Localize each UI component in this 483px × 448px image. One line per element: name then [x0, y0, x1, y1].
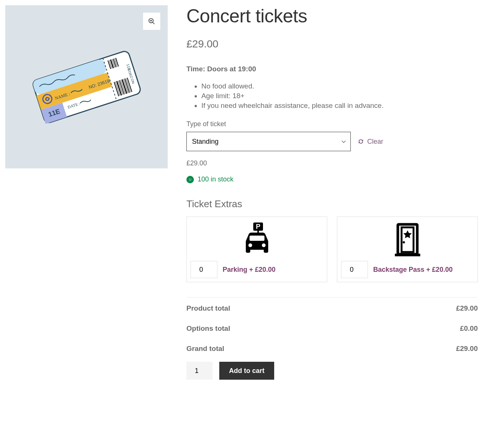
svg-line-1 — [153, 22, 155, 24]
ticket-type-select[interactable]: Standing — [186, 132, 351, 151]
extra-label-parking: Parking + £20.00 — [223, 266, 276, 274]
stock-status: 100 in stock — [186, 175, 478, 183]
extra-qty-parking[interactable] — [191, 261, 217, 278]
extra-qty-backstage[interactable] — [341, 261, 368, 278]
product-price: £29.00 — [186, 38, 478, 50]
rule-item: If you need wheelchair assistance, pleas… — [201, 102, 478, 110]
backstage-door-icon — [389, 221, 426, 258]
extras-heading: Ticket Extras — [186, 198, 478, 210]
clear-variation-link[interactable]: Clear — [357, 138, 383, 146]
total-label: Product total — [186, 304, 230, 312]
extra-card-backstage: Backstage Pass + £20.00 — [337, 217, 478, 282]
rule-item: Age limit: 18+ — [201, 92, 478, 100]
zoom-button[interactable] — [143, 13, 160, 30]
extra-label-backstage: Backstage Pass + £20.00 — [373, 266, 453, 274]
rules-list: No food allowed. Age limit: 18+ If you n… — [201, 82, 478, 110]
svg-point-44 — [403, 241, 405, 243]
magnify-plus-icon — [148, 18, 155, 25]
ticket-illustration-icon: NAME : NO: 23619 DATE : 11E — [25, 42, 148, 132]
total-row-options: Options total £0.00 — [186, 318, 478, 338]
smiley-icon — [186, 176, 194, 183]
total-value: £29.00 — [456, 304, 478, 312]
total-value: £29.00 — [456, 345, 478, 353]
svg-point-41 — [262, 243, 266, 247]
refresh-icon — [357, 138, 364, 145]
total-label: Grand total — [186, 345, 224, 353]
variation-label: Type of ticket — [186, 120, 478, 128]
variation-price: £29.00 — [186, 159, 478, 167]
stock-text: 100 in stock — [198, 175, 233, 183]
time-info: Time: Doors at 19:00 — [186, 65, 478, 73]
total-row-grand: Grand total £29.00 — [186, 338, 478, 358]
parking-car-icon: P — [238, 221, 276, 258]
total-value: £0.00 — [460, 324, 478, 333]
total-label: Options total — [186, 324, 230, 333]
clear-label: Clear — [367, 138, 383, 146]
product-image[interactable]: NAME : NO: 23619 DATE : 11E — [5, 5, 168, 168]
totals-section: Product total £29.00 Options total £0.00… — [186, 297, 478, 358]
svg-text:P: P — [256, 223, 260, 230]
product-title: Concert tickets — [186, 5, 478, 27]
svg-point-40 — [248, 243, 252, 247]
cart-quantity-input[interactable] — [186, 362, 213, 380]
rule-item: No food allowed. — [201, 82, 478, 90]
extra-card-parking: P Parking + £20.00 — [186, 217, 327, 282]
svg-rect-39 — [250, 236, 264, 241]
svg-point-34 — [189, 178, 190, 179]
total-row-product: Product total £29.00 — [186, 298, 478, 318]
add-to-cart-button[interactable]: Add to cart — [219, 362, 274, 380]
svg-point-35 — [191, 178, 191, 179]
